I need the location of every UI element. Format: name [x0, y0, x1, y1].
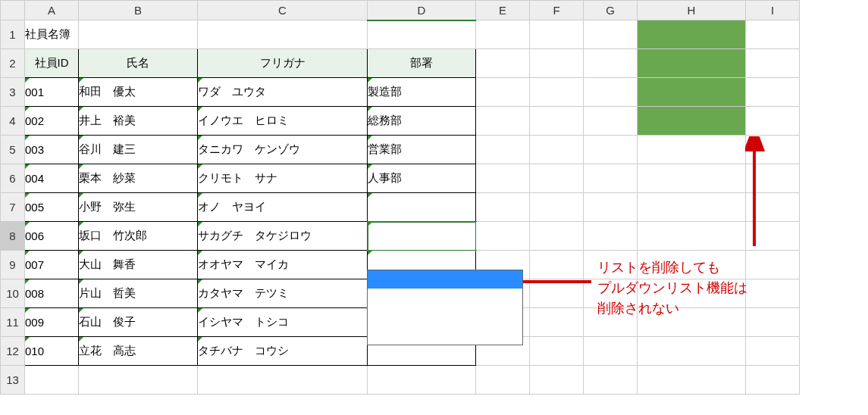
cell-C13[interactable]	[198, 366, 368, 395]
cell-H3[interactable]	[638, 78, 746, 107]
cell-B12[interactable]: 立花 高志	[79, 337, 198, 366]
row-header-4[interactable]: 4	[1, 107, 25, 136]
row-header-7[interactable]: 7	[1, 193, 25, 222]
cell-F5[interactable]	[530, 136, 584, 164]
cell-F8[interactable]	[530, 222, 584, 251]
cell-E4[interactable]	[476, 107, 530, 136]
cell-I2[interactable]	[746, 49, 800, 78]
cell-G13[interactable]	[584, 366, 638, 395]
cell-E6[interactable]	[476, 164, 530, 193]
corner-cell[interactable]	[1, 1, 25, 20]
cell-C10[interactable]: カタヤマ テツミ	[198, 279, 368, 308]
cell-A5[interactable]: 003	[25, 136, 79, 164]
cell-C1[interactable]	[198, 20, 368, 49]
row-header-3[interactable]: 3	[1, 78, 25, 107]
cell-A9[interactable]: 007	[25, 251, 79, 279]
cell-D6[interactable]: 人事部	[368, 164, 476, 193]
cell-B11[interactable]: 石山 俊子	[79, 308, 198, 337]
cell-A6[interactable]: 004	[25, 164, 79, 193]
cell-C6[interactable]: クリモト サナ	[198, 164, 368, 193]
cell-C12[interactable]: タチバナ コウシ	[198, 337, 368, 366]
cell-F6[interactable]	[530, 164, 584, 193]
cell-B9[interactable]: 大山 舞香	[79, 251, 198, 279]
col-header-I[interactable]: I	[746, 1, 800, 20]
cell-I3[interactable]	[746, 78, 800, 107]
cell-G7[interactable]	[584, 193, 638, 222]
row-header-1[interactable]: 1	[1, 20, 25, 49]
cell-E8[interactable]	[476, 222, 530, 251]
cell-H5[interactable]	[638, 136, 746, 164]
cell-B13[interactable]	[79, 366, 198, 395]
dropdown-option-selected[interactable]	[368, 270, 522, 289]
cell-B5[interactable]: 谷川 建三	[79, 136, 198, 164]
col-header-G[interactable]: G	[584, 1, 638, 20]
cell-A12[interactable]: 010	[25, 337, 79, 366]
cell-H7[interactable]	[638, 193, 746, 222]
cell-G5[interactable]	[584, 136, 638, 164]
row-header-10[interactable]: 10	[1, 279, 25, 308]
cell-B2[interactable]: 氏名	[79, 49, 198, 78]
row-header-12[interactable]: 12	[1, 337, 25, 366]
cell-B1[interactable]	[79, 20, 198, 49]
cell-F13[interactable]	[530, 366, 584, 395]
cell-D1[interactable]	[368, 20, 476, 49]
row-header-8[interactable]: 8	[1, 222, 25, 251]
cell-B8[interactable]: 坂口 竹次郎	[79, 222, 198, 251]
col-header-F[interactable]: F	[530, 1, 584, 20]
cell-G6[interactable]	[584, 164, 638, 193]
cell-C9[interactable]: オオヤマ マイカ	[198, 251, 368, 279]
cell-C3[interactable]: ワダ ユウタ	[198, 78, 368, 107]
cell-F7[interactable]	[530, 193, 584, 222]
cell-D8[interactable]	[368, 222, 476, 251]
cell-A10[interactable]: 008	[25, 279, 79, 308]
cell-A3[interactable]: 001	[25, 78, 79, 107]
cell-H8[interactable]	[638, 222, 746, 251]
col-header-E[interactable]: E	[476, 1, 530, 20]
cell-C2[interactable]: フリガナ	[198, 49, 368, 78]
cell-A2[interactable]: 社員ID	[25, 49, 79, 78]
row-header-11[interactable]: 11	[1, 308, 25, 337]
col-header-B[interactable]: B	[79, 1, 198, 20]
cell-G3[interactable]	[584, 78, 638, 107]
cell-C7[interactable]: オノ ヤヨイ	[198, 193, 368, 222]
cell-D13[interactable]	[368, 366, 476, 395]
cell-H1[interactable]	[638, 20, 746, 49]
validation-dropdown[interactable]	[367, 270, 523, 345]
cell-A1[interactable]: 社員名簿	[25, 20, 79, 49]
cell-I1[interactable]	[746, 20, 800, 49]
cell-I11[interactable]	[746, 308, 800, 337]
cell-H6[interactable]	[638, 164, 746, 193]
cell-F12[interactable]	[530, 337, 584, 366]
cell-G4[interactable]	[584, 107, 638, 136]
cell-B10[interactable]: 片山 哲美	[79, 279, 198, 308]
cell-F11[interactable]	[530, 308, 584, 337]
cell-A4[interactable]: 002	[25, 107, 79, 136]
cell-A8[interactable]: 006	[25, 222, 79, 251]
cell-H2[interactable]	[638, 49, 746, 78]
cell-I9[interactable]	[746, 251, 800, 279]
row-header-13[interactable]: 13	[1, 366, 25, 395]
cell-H13[interactable]	[638, 366, 746, 395]
cell-C5[interactable]: タニカワ ケンゾウ	[198, 136, 368, 164]
cell-C8[interactable]: サカグチ タケジロウ	[198, 222, 368, 251]
cell-B3[interactable]: 和田 優太	[79, 78, 198, 107]
cell-I10[interactable]	[746, 279, 800, 308]
cell-H4[interactable]	[638, 107, 746, 136]
cell-F2[interactable]	[530, 49, 584, 78]
row-header-6[interactable]: 6	[1, 164, 25, 193]
cell-G12[interactable]	[584, 337, 638, 366]
cell-A13[interactable]	[25, 366, 79, 395]
cell-E7[interactable]	[476, 193, 530, 222]
cell-E13[interactable]	[476, 366, 530, 395]
col-header-C[interactable]: C	[198, 1, 368, 20]
cell-D5[interactable]: 営業部	[368, 136, 476, 164]
cell-I4[interactable]	[746, 107, 800, 136]
cell-I12[interactable]	[746, 337, 800, 366]
cell-D4[interactable]: 総務部	[368, 107, 476, 136]
col-header-D[interactable]: D	[368, 1, 476, 20]
cell-A11[interactable]: 009	[25, 308, 79, 337]
row-header-2[interactable]: 2	[1, 49, 25, 78]
cell-I13[interactable]	[746, 366, 800, 395]
cell-G8[interactable]	[584, 222, 638, 251]
cell-D7[interactable]	[368, 193, 476, 222]
